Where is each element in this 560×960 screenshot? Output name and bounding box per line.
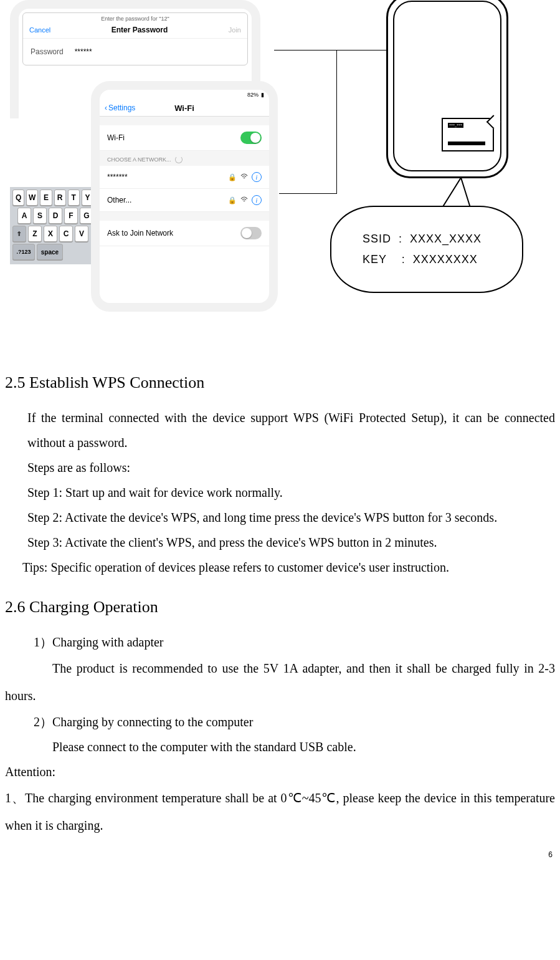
key-w[interactable]: W <box>26 190 38 206</box>
password-value[interactable]: ****** <box>75 47 92 56</box>
device-outline: ***_*** <box>386 0 508 178</box>
other-row[interactable]: Other... 🔒 i <box>100 189 269 212</box>
document-body: 2.5 Establish WPS Connection If the term… <box>0 324 560 839</box>
key-d[interactable]: D <box>49 208 62 224</box>
back-label: Settings <box>108 103 135 112</box>
p-2-5-tips: Tips: Specific operation of devices plea… <box>5 555 555 580</box>
key-c[interactable]: C <box>59 226 73 242</box>
key-v[interactable]: V <box>75 226 88 242</box>
wifi-icon <box>240 173 248 181</box>
connector-line <box>274 50 386 50</box>
network-name: ******* <box>107 173 128 181</box>
lock-icon: 🔒 <box>228 196 237 204</box>
key-s[interactable]: S <box>33 208 47 224</box>
cancel-button[interactable]: Cancel <box>29 26 50 34</box>
ssid-key-bubble: SSID : XXXX_XXXX KEY : XXXXXXXX <box>330 206 523 293</box>
wifi-icon <box>240 196 248 204</box>
ssid-label: SSID <box>363 233 391 245</box>
heading-2-6: 2.6 Charging Operation <box>5 591 555 623</box>
keyboard[interactable]: Q W E R T Y A S D F G ⇧ Z X C V <box>10 187 96 264</box>
section-label: CHOOSE A NETWORK... <box>107 156 171 163</box>
spinner-icon <box>175 156 183 163</box>
key-x[interactable]: X <box>44 226 57 242</box>
phone-wifi-settings: 82% ▮ ‹ Settings Wi-Fi Wi-Fi CHOOSE A NE… <box>91 81 278 312</box>
p-2-5-3: Step 1: Start up and wait for device wor… <box>5 480 555 505</box>
key-shift[interactable]: ⇧ <box>12 226 26 242</box>
figure-area: Enter the password for "12" Cancel Enter… <box>0 0 560 324</box>
ask-toggle[interactable] <box>240 227 262 239</box>
key-value: XXXXXXXX <box>413 253 478 266</box>
key-f[interactable]: F <box>64 208 78 224</box>
password-label: Password <box>31 47 64 56</box>
sim-card-icon: ***_*** <box>442 118 494 151</box>
item-2-6-1-body: The product is recommended to use the 5V… <box>5 661 555 703</box>
dialog-title: Enter Password <box>112 26 168 34</box>
wifi-row-label: Wi-Fi <box>107 133 125 142</box>
key-r[interactable]: R <box>54 190 66 206</box>
dialog-hint: Enter the password for "12" <box>23 13 247 22</box>
attention-label: Attention: <box>5 759 555 784</box>
ask-to-join-row: Ask to Join Network <box>100 221 269 246</box>
item-2-6-1: 1）Charging with adapter <box>5 630 555 655</box>
attention-1: 1、The charging environment temperature s… <box>5 784 555 839</box>
lock-icon: 🔒 <box>228 173 237 181</box>
key-a[interactable]: A <box>17 208 31 224</box>
join-button[interactable]: Join <box>229 26 241 34</box>
ssid-value: XXXX_XXXX <box>410 233 482 245</box>
battery-percent: 82% <box>247 92 259 98</box>
chevron-left-icon: ‹ <box>105 103 107 112</box>
key-space[interactable]: space <box>37 244 63 260</box>
key-numbers[interactable]: .?123 <box>12 244 35 260</box>
page-number: 6 <box>548 850 553 859</box>
p-2-5-4: Step 2: Activate the device's WPS, and l… <box>5 505 555 530</box>
key-label: KEY <box>363 253 387 266</box>
key-q[interactable]: Q <box>12 190 24 206</box>
item-2-6-2: 2）Charging by connecting to the computer <box>5 709 555 734</box>
p-2-5-2: Steps are as follows: <box>5 455 555 480</box>
info-icon[interactable]: i <box>252 195 262 205</box>
key-z[interactable]: Z <box>28 226 42 242</box>
key-e[interactable]: E <box>40 190 52 206</box>
network-row[interactable]: ******* 🔒 i <box>100 166 269 189</box>
connector-line <box>279 193 336 194</box>
back-button[interactable]: ‹ Settings <box>105 103 135 112</box>
p-2-5-1: If the terminal connected with the devic… <box>5 405 555 455</box>
wifi-toggle-row: Wi-Fi <box>100 125 269 151</box>
info-icon[interactable]: i <box>252 172 262 182</box>
ask-label: Ask to Join Network <box>107 229 173 238</box>
wifi-toggle[interactable] <box>240 132 262 144</box>
battery-icon: ▮ <box>261 92 264 98</box>
key-t[interactable]: T <box>68 190 80 206</box>
heading-2-5: 2.5 Establish WPS Connection <box>5 367 555 399</box>
other-label: Other... <box>107 196 131 204</box>
p-2-5-5: Step 3: Activate the client's WPS, and p… <box>5 530 555 555</box>
connector-line <box>336 50 337 194</box>
item-2-6-2-body: Please connect to the computer with the … <box>5 734 555 759</box>
